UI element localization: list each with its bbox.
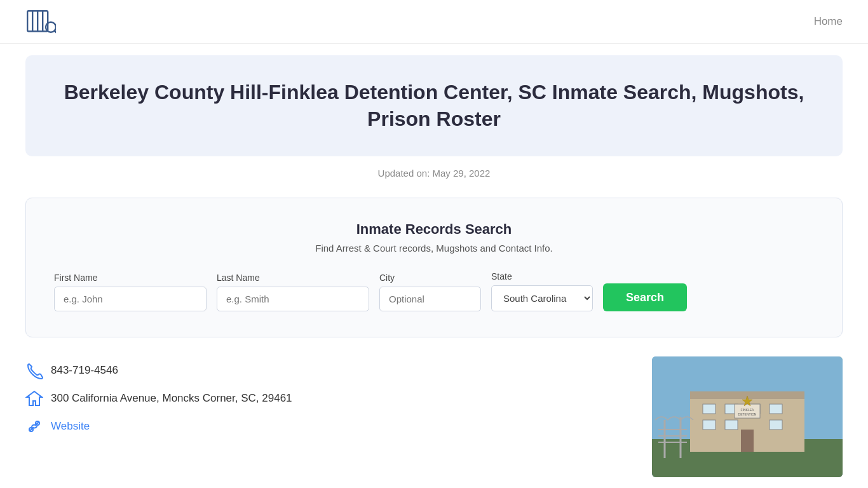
info-section: 843-719-4546 300 California Avenue, Monc… bbox=[25, 356, 843, 477]
info-details: 843-719-4546 300 California Avenue, Monc… bbox=[25, 356, 627, 435]
website-icon bbox=[25, 417, 43, 435]
first-name-label: First Name bbox=[54, 273, 207, 283]
svg-marker-6 bbox=[27, 391, 42, 405]
search-card-subtitle: Find Arrest & Court records, Mugshots an… bbox=[54, 243, 814, 254]
search-card-title: Inmate Records Search bbox=[54, 221, 814, 238]
first-name-input[interactable] bbox=[54, 287, 207, 311]
search-card: Inmate Records Search Find Arrest & Cour… bbox=[25, 198, 843, 337]
svg-rect-19 bbox=[770, 420, 782, 430]
hero-title: Berkeley County Hill-Finklea Detention C… bbox=[64, 79, 804, 132]
svg-rect-20 bbox=[741, 430, 754, 452]
website-link[interactable]: Website bbox=[51, 420, 90, 433]
svg-rect-13 bbox=[703, 404, 715, 414]
last-name-group: Last Name bbox=[217, 273, 369, 311]
website-row: Website bbox=[25, 417, 627, 435]
facility-image: FINKLEA DETENTION bbox=[652, 356, 843, 477]
svg-rect-17 bbox=[703, 420, 715, 430]
search-form: First Name Last Name City State South Ca… bbox=[54, 271, 814, 311]
phone-row: 843-719-4546 bbox=[25, 362, 627, 379]
search-button[interactable]: Search bbox=[603, 283, 687, 311]
phone-icon bbox=[25, 362, 43, 379]
logo-icon bbox=[25, 9, 56, 34]
address-row: 300 California Avenue, Moncks Corner, SC… bbox=[25, 390, 627, 407]
phone-number: 843-719-4546 bbox=[51, 364, 118, 377]
address-text: 300 California Avenue, Moncks Corner, SC… bbox=[51, 392, 292, 405]
svg-line-5 bbox=[55, 30, 56, 34]
state-group: State South Carolina Alabama Alaska Ariz… bbox=[491, 271, 593, 311]
city-group: City bbox=[379, 273, 481, 311]
svg-text:DETENTION: DETENTION bbox=[738, 412, 757, 416]
state-label: State bbox=[491, 271, 593, 281]
svg-rect-18 bbox=[725, 420, 738, 430]
city-label: City bbox=[379, 273, 481, 283]
last-name-label: Last Name bbox=[217, 273, 369, 283]
svg-text:FINKLEA: FINKLEA bbox=[741, 408, 755, 412]
logo bbox=[25, 9, 56, 34]
hero-banner: Berkeley County Hill-Finklea Detention C… bbox=[25, 55, 843, 156]
nav-home-link[interactable]: Home bbox=[814, 15, 843, 28]
state-select[interactable]: South Carolina Alabama Alaska Arizona Ar… bbox=[491, 285, 593, 311]
updated-text: Updated on: May 29, 2022 bbox=[0, 168, 868, 179]
svg-rect-16 bbox=[770, 404, 782, 414]
address-icon bbox=[25, 390, 43, 407]
city-input[interactable] bbox=[379, 287, 481, 311]
last-name-input[interactable] bbox=[217, 287, 369, 311]
first-name-group: First Name bbox=[54, 273, 207, 311]
